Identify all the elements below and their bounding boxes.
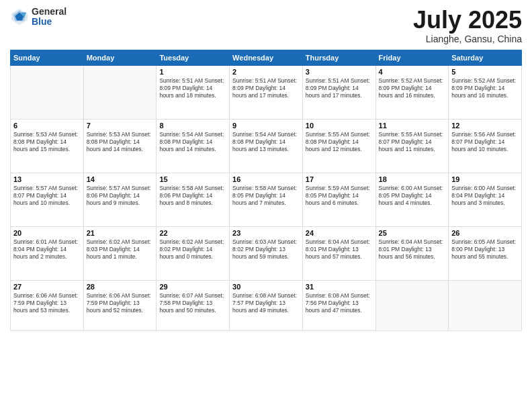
day-number: 22 xyxy=(159,229,226,237)
day-number: 1 xyxy=(159,68,226,76)
table-row: 27Sunrise: 6:06 AM Sunset: 7:59 PM Dayli… xyxy=(11,280,84,330)
day-info: Sunrise: 5:51 AM Sunset: 8:09 PM Dayligh… xyxy=(159,77,226,99)
day-info: Sunrise: 5:56 AM Sunset: 8:07 PM Dayligh… xyxy=(451,131,519,153)
table-row: 29Sunrise: 6:07 AM Sunset: 7:58 PM Dayli… xyxy=(157,280,230,330)
day-number: 26 xyxy=(451,229,519,237)
table-row: 22Sunrise: 6:02 AM Sunset: 8:02 PM Dayli… xyxy=(157,226,230,280)
day-info: Sunrise: 6:06 AM Sunset: 7:59 PM Dayligh… xyxy=(13,292,81,314)
day-number: 17 xyxy=(306,175,373,183)
day-number: 18 xyxy=(379,175,446,183)
table-row xyxy=(449,280,522,330)
title-block: July 2025 Lianghe, Gansu, China xyxy=(413,7,522,44)
day-info: Sunrise: 5:58 AM Sunset: 8:05 PM Dayligh… xyxy=(232,185,300,207)
table-row xyxy=(375,280,449,330)
header-monday: Monday xyxy=(83,50,157,65)
day-number: 27 xyxy=(13,283,81,291)
day-info: Sunrise: 5:54 AM Sunset: 8:08 PM Dayligh… xyxy=(232,131,300,153)
day-info: Sunrise: 5:53 AM Sunset: 8:08 PM Dayligh… xyxy=(13,131,81,153)
day-number: 23 xyxy=(232,229,300,237)
day-number: 13 xyxy=(13,175,81,183)
header-tuesday: Tuesday xyxy=(157,50,230,65)
table-row: 6Sunrise: 5:53 AM Sunset: 8:08 PM Daylig… xyxy=(11,119,84,173)
table-row: 16Sunrise: 5:58 AM Sunset: 8:05 PM Dayli… xyxy=(230,173,303,226)
day-info: Sunrise: 6:00 AM Sunset: 8:04 PM Dayligh… xyxy=(451,185,519,207)
day-info: Sunrise: 6:07 AM Sunset: 7:58 PM Dayligh… xyxy=(159,292,226,314)
day-number: 9 xyxy=(232,122,300,130)
day-number: 20 xyxy=(13,229,81,237)
day-info: Sunrise: 5:59 AM Sunset: 8:05 PM Dayligh… xyxy=(306,185,373,207)
table-row: 8Sunrise: 5:54 AM Sunset: 8:08 PM Daylig… xyxy=(157,119,230,173)
day-info: Sunrise: 6:05 AM Sunset: 8:00 PM Dayligh… xyxy=(451,238,519,261)
day-number: 31 xyxy=(306,283,373,291)
day-info: Sunrise: 5:55 AM Sunset: 8:08 PM Dayligh… xyxy=(306,131,373,153)
table-row: 18Sunrise: 6:00 AM Sunset: 8:05 PM Dayli… xyxy=(375,173,449,226)
table-row: 24Sunrise: 6:04 AM Sunset: 8:01 PM Dayli… xyxy=(302,226,375,280)
table-row: 7Sunrise: 5:53 AM Sunset: 8:08 PM Daylig… xyxy=(83,119,157,173)
day-info: Sunrise: 5:54 AM Sunset: 8:08 PM Dayligh… xyxy=(159,131,226,153)
table-row: 26Sunrise: 6:05 AM Sunset: 8:00 PM Dayli… xyxy=(449,226,522,280)
logo-general-text: General xyxy=(32,7,66,17)
day-number: 29 xyxy=(159,283,226,291)
table-row: 21Sunrise: 6:02 AM Sunset: 8:03 PM Dayli… xyxy=(83,226,157,280)
table-row: 14Sunrise: 5:57 AM Sunset: 8:06 PM Dayli… xyxy=(83,173,157,226)
day-info: Sunrise: 5:58 AM Sunset: 8:06 PM Dayligh… xyxy=(159,185,226,207)
day-number: 21 xyxy=(87,229,154,237)
header: General Blue July 2025 Lianghe, Gansu, C… xyxy=(10,7,522,44)
day-info: Sunrise: 5:57 AM Sunset: 8:07 PM Dayligh… xyxy=(13,185,81,207)
logo: General Blue xyxy=(10,7,66,28)
calendar-week-row: 6Sunrise: 5:53 AM Sunset: 8:08 PM Daylig… xyxy=(11,119,522,173)
day-number: 5 xyxy=(451,68,519,76)
header-saturday: Saturday xyxy=(449,50,522,65)
day-info: Sunrise: 5:55 AM Sunset: 8:07 PM Dayligh… xyxy=(379,131,446,153)
day-info: Sunrise: 6:08 AM Sunset: 7:57 PM Dayligh… xyxy=(232,292,300,314)
calendar-week-row: 20Sunrise: 6:01 AM Sunset: 8:04 PM Dayli… xyxy=(11,226,522,280)
table-row xyxy=(11,65,84,119)
table-row: 25Sunrise: 6:04 AM Sunset: 8:01 PM Dayli… xyxy=(375,226,449,280)
table-row: 19Sunrise: 6:00 AM Sunset: 8:04 PM Dayli… xyxy=(449,173,522,226)
day-info: Sunrise: 6:08 AM Sunset: 7:56 PM Dayligh… xyxy=(306,292,373,314)
day-number: 24 xyxy=(306,229,373,237)
day-info: Sunrise: 6:00 AM Sunset: 8:05 PM Dayligh… xyxy=(379,185,446,207)
day-number: 16 xyxy=(232,175,300,183)
day-number: 2 xyxy=(232,68,300,76)
table-row: 30Sunrise: 6:08 AM Sunset: 7:57 PM Dayli… xyxy=(230,280,303,330)
table-row: 10Sunrise: 5:55 AM Sunset: 8:08 PM Dayli… xyxy=(302,119,375,173)
table-row: 2Sunrise: 5:51 AM Sunset: 8:09 PM Daylig… xyxy=(230,65,303,119)
table-row: 4Sunrise: 5:52 AM Sunset: 8:09 PM Daylig… xyxy=(375,65,449,119)
header-thursday: Thursday xyxy=(302,50,375,65)
table-row: 12Sunrise: 5:56 AM Sunset: 8:07 PM Dayli… xyxy=(449,119,522,173)
calendar-week-row: 13Sunrise: 5:57 AM Sunset: 8:07 PM Dayli… xyxy=(11,173,522,226)
table-row: 15Sunrise: 5:58 AM Sunset: 8:06 PM Dayli… xyxy=(157,173,230,226)
day-info: Sunrise: 5:53 AM Sunset: 8:08 PM Dayligh… xyxy=(87,131,154,153)
day-number: 6 xyxy=(13,122,81,130)
day-info: Sunrise: 5:51 AM Sunset: 8:09 PM Dayligh… xyxy=(306,77,373,99)
day-number: 11 xyxy=(379,122,446,130)
header-friday: Friday xyxy=(375,50,449,65)
day-info: Sunrise: 6:04 AM Sunset: 8:01 PM Dayligh… xyxy=(306,238,373,261)
day-info: Sunrise: 6:06 AM Sunset: 7:59 PM Dayligh… xyxy=(87,292,154,314)
table-row: 31Sunrise: 6:08 AM Sunset: 7:56 PM Dayli… xyxy=(302,280,375,330)
table-row: 5Sunrise: 5:52 AM Sunset: 8:09 PM Daylig… xyxy=(449,65,522,119)
day-number: 30 xyxy=(232,283,300,291)
day-info: Sunrise: 5:51 AM Sunset: 8:09 PM Dayligh… xyxy=(232,77,300,99)
day-number: 12 xyxy=(451,122,519,130)
table-row: 17Sunrise: 5:59 AM Sunset: 8:05 PM Dayli… xyxy=(302,173,375,226)
table-row: 1Sunrise: 5:51 AM Sunset: 8:09 PM Daylig… xyxy=(157,65,230,119)
day-info: Sunrise: 5:57 AM Sunset: 8:06 PM Dayligh… xyxy=(87,185,154,207)
table-row: 13Sunrise: 5:57 AM Sunset: 8:07 PM Dayli… xyxy=(11,173,84,226)
table-row: 9Sunrise: 5:54 AM Sunset: 8:08 PM Daylig… xyxy=(230,119,303,173)
day-number: 10 xyxy=(306,122,373,130)
table-row: 23Sunrise: 6:03 AM Sunset: 8:02 PM Dayli… xyxy=(230,226,303,280)
calendar-header-row: Sunday Monday Tuesday Wednesday Thursday… xyxy=(11,50,522,65)
table-row: 20Sunrise: 6:01 AM Sunset: 8:04 PM Dayli… xyxy=(11,226,84,280)
calendar-week-row: 27Sunrise: 6:06 AM Sunset: 7:59 PM Dayli… xyxy=(11,280,522,330)
day-info: Sunrise: 6:03 AM Sunset: 8:02 PM Dayligh… xyxy=(232,238,300,261)
table-row: 11Sunrise: 5:55 AM Sunset: 8:07 PM Dayli… xyxy=(375,119,449,173)
day-info: Sunrise: 6:04 AM Sunset: 8:01 PM Dayligh… xyxy=(379,238,446,261)
day-number: 15 xyxy=(159,175,226,183)
day-number: 7 xyxy=(87,122,154,130)
day-number: 14 xyxy=(87,175,154,183)
table-row: 28Sunrise: 6:06 AM Sunset: 7:59 PM Dayli… xyxy=(83,280,157,330)
location: Lianghe, Gansu, China xyxy=(413,34,522,44)
logo-icon xyxy=(10,7,29,26)
